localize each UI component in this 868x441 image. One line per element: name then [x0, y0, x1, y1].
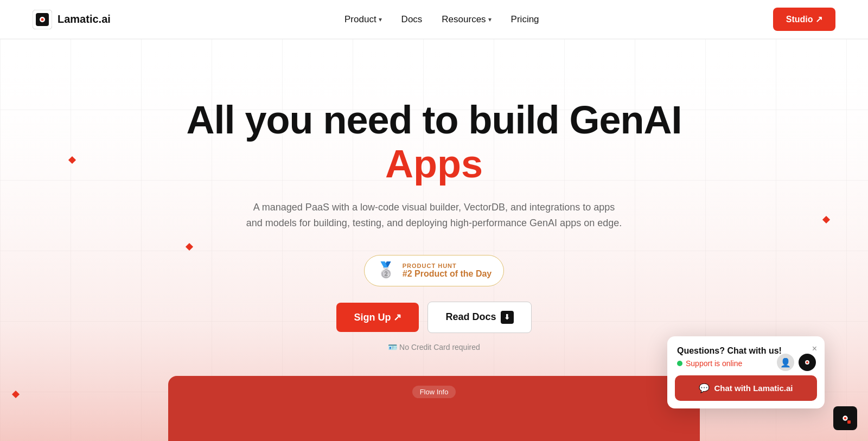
lamatic-small-icon	[839, 412, 852, 425]
chat-bubble-icon: 💬	[699, 383, 710, 393]
download-icon: ⬇	[501, 311, 514, 324]
logo-icon	[33, 10, 52, 29]
hero-subtitle: A managed PaaS with a low-code visual bu…	[244, 200, 624, 231]
chat-widget: Questions? Chat with us! × Support is on…	[667, 336, 825, 408]
cta-buttons: Sign Up ↗ Read Docs ⬇	[336, 302, 531, 333]
nav-pricing[interactable]: Pricing	[511, 14, 539, 25]
chat-cta-text: Chat with Lamatic.ai	[714, 384, 793, 393]
chevron-down-icon: ▾	[379, 16, 382, 23]
logo[interactable]: Lamatic.ai	[33, 10, 111, 29]
signup-button[interactable]: Sign Up ↗	[336, 303, 419, 332]
nav-links: Product ▾ Docs Resources ▾ Pricing	[344, 14, 539, 25]
navbar: Lamatic.ai Product ▾ Docs Resources ▾ Pr…	[0, 0, 868, 39]
logo-text: Lamatic.ai	[58, 13, 111, 25]
hero-section: All you need to build GenAI Apps A manag…	[0, 39, 868, 384]
flow-info-label: Flow Info	[412, 386, 456, 398]
nav-docs[interactable]: Docs	[401, 14, 423, 25]
no-credit-card: 🪪 No Credit Card required	[388, 343, 480, 351]
ph-label: PRODUCT HUNT	[403, 263, 457, 269]
brand-avatar	[797, 353, 817, 372]
bottom-preview-card: Flow Info	[168, 376, 700, 441]
online-text: Support is online	[686, 359, 742, 368]
nav-product[interactable]: Product ▾	[344, 14, 382, 25]
ph-text: PRODUCT HUNT #2 Product of the Day	[403, 263, 492, 279]
product-hunt-badge[interactable]: 🥈 PRODUCT HUNT #2 Product of the Day	[364, 255, 504, 286]
svg-point-3	[41, 18, 44, 21]
chat-header: Questions? Chat with us! × Support is on…	[667, 336, 825, 375]
agent-avatar: 👤	[776, 353, 795, 372]
chat-avatars: 👤	[776, 353, 817, 372]
chevron-down-icon-2: ▾	[488, 16, 492, 23]
online-indicator	[677, 361, 682, 366]
read-docs-button[interactable]: Read Docs ⬇	[427, 302, 531, 333]
chat-cta-button[interactable]: 💬 Chat with Lamatic.ai	[675, 375, 817, 401]
nav-resources[interactable]: Resources ▾	[442, 14, 491, 25]
svg-point-8	[806, 361, 808, 363]
studio-button[interactable]: Studio ↗	[773, 8, 835, 31]
svg-point-11	[844, 417, 847, 420]
nav-right: Studio ↗	[773, 8, 835, 31]
hero-title: All you need to build GenAI Apps	[186, 99, 681, 187]
ph-rank: #2 Product of the Day	[403, 269, 492, 279]
svg-rect-12	[847, 420, 851, 424]
lamatic-icon-button[interactable]	[833, 406, 857, 430]
medal-icon: 🥈	[376, 261, 396, 280]
